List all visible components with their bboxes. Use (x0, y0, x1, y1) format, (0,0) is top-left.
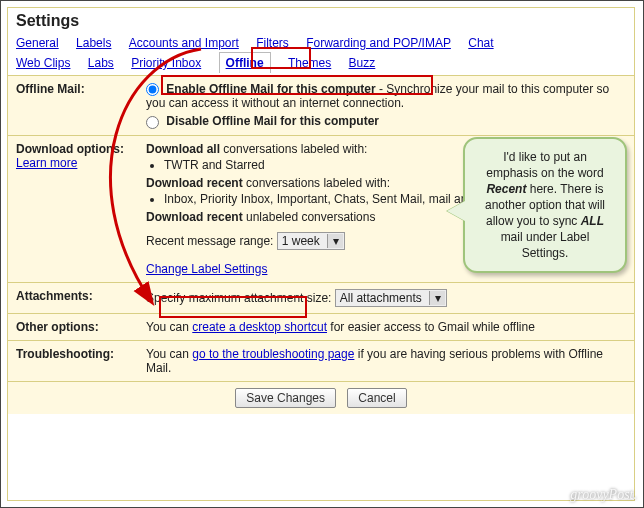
range-label: Recent message range: (146, 234, 277, 248)
callout-em-2: ALL (581, 214, 604, 228)
radio-disable-offline[interactable] (146, 116, 159, 129)
tab-filters[interactable]: Filters (256, 34, 289, 52)
tab-accounts[interactable]: Accounts and Import (129, 34, 239, 52)
offline-mail-label: Offline Mail: (8, 76, 138, 136)
download-recent-rest: conversations labeled with: (243, 176, 390, 190)
row-troubleshooting: Troubleshooting: You can go to the troub… (8, 340, 634, 381)
tab-themes[interactable]: Themes (288, 54, 331, 72)
tab-buzz[interactable]: Buzz (349, 54, 376, 72)
download-options-label: Download options: (16, 142, 124, 156)
learn-more-link[interactable]: Learn more (16, 156, 77, 170)
trouble-pre: You can (146, 347, 192, 361)
tab-general[interactable]: General (16, 34, 59, 52)
watermark: groovyPost. (570, 487, 637, 503)
enable-offline-label: Enable Offline Mail for this computer (166, 82, 375, 96)
radio-enable-offline[interactable] (146, 83, 159, 96)
tab-forwarding[interactable]: Forwarding and POP/IMAP (306, 34, 451, 52)
cancel-button[interactable]: Cancel (347, 388, 406, 408)
annotation-callout: I'd like to put an emphasis on the word … (463, 137, 627, 273)
desktop-shortcut-link[interactable]: create a desktop shortcut (192, 320, 327, 334)
settings-tabs: General Labels Accounts and Import Filte… (8, 32, 634, 75)
download-all-bold: Download all (146, 142, 220, 156)
footer-buttons: Save Changes Cancel (8, 381, 634, 414)
page-title: Settings (8, 8, 634, 32)
range-value: 1 week (282, 234, 320, 248)
tab-offline[interactable]: Offline (219, 52, 271, 73)
row-attachments: Attachments: Specify maximum attachment … (8, 282, 634, 313)
row-other-options: Other options: You can create a desktop … (8, 313, 634, 340)
other-label: Other options: (8, 313, 138, 340)
callout-pointer-icon (447, 201, 465, 221)
attachments-select[interactable]: All attachments ▾ (335, 289, 447, 307)
dropdown-arrow-icon: ▾ (327, 234, 343, 248)
tab-labs[interactable]: Labs (88, 54, 114, 72)
offline-mail-content: Enable Offline Mail for this computer - … (138, 76, 634, 136)
download-recent-unlabeled-bold: Download recent (146, 210, 243, 224)
range-select[interactable]: 1 week ▾ (277, 232, 345, 250)
other-post: for easier access to Gmail while offline (327, 320, 535, 334)
tab-chat[interactable]: Chat (468, 34, 493, 52)
download-all-rest: conversations labeled with: (220, 142, 367, 156)
attachments-value: All attachments (340, 291, 422, 305)
troubleshooting-link[interactable]: go to the troubleshooting page (192, 347, 354, 361)
download-recent-unlabeled-rest: unlabeled conversations (243, 210, 376, 224)
row-offline-mail: Offline Mail: Enable Offline Mail for th… (8, 76, 634, 136)
tab-webclips[interactable]: Web Clips (16, 54, 70, 72)
other-pre: You can (146, 320, 192, 334)
save-button[interactable]: Save Changes (235, 388, 336, 408)
dropdown-arrow-icon: ▾ (429, 291, 445, 305)
download-recent-bold: Download recent (146, 176, 243, 190)
callout-text-3: mail under Label Settings. (501, 230, 590, 260)
change-label-settings-link[interactable]: Change Label Settings (146, 262, 267, 276)
disable-offline-label: Disable Offline Mail for this computer (166, 114, 379, 128)
callout-em-1: Recent (486, 182, 526, 196)
tab-priority[interactable]: Priority Inbox (131, 54, 201, 72)
screenshot-frame: Settings General Labels Accounts and Imp… (0, 0, 644, 508)
callout-text-1: I'd like to put an emphasis on the word (486, 150, 603, 180)
attachments-label: Attachments: (8, 282, 138, 313)
attachments-desc: Specify maximum attachment size: (146, 291, 331, 305)
trouble-label: Troubleshooting: (8, 340, 138, 381)
tab-labels[interactable]: Labels (76, 34, 111, 52)
